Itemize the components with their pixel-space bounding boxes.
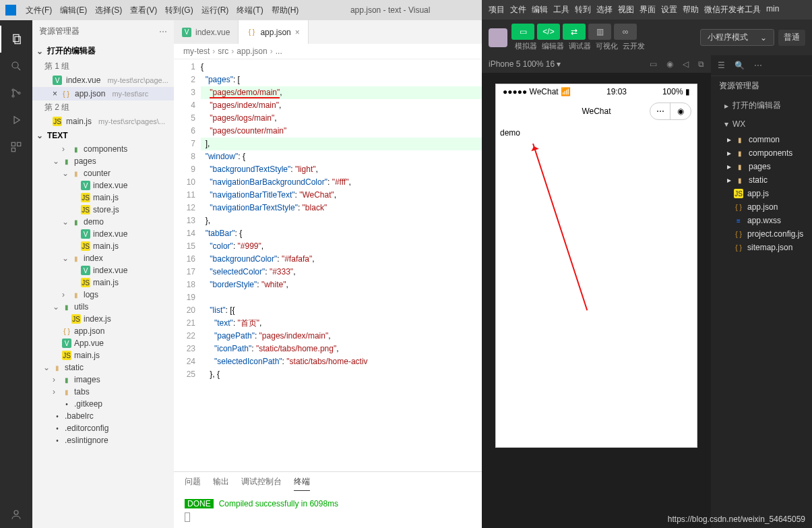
list-icon[interactable]: ☰ bbox=[718, 61, 725, 70]
tree-item[interactable]: Vindex.vue bbox=[32, 228, 174, 240]
wx-menu-item[interactable]: 项目 bbox=[489, 4, 505, 16]
simulator-button[interactable]: ▭ bbox=[511, 24, 534, 40]
visualize-button[interactable]: ▥ bbox=[588, 24, 611, 40]
panel-tab[interactable]: 调试控制台 bbox=[241, 476, 282, 491]
wx-folder[interactable]: ▸ ▮ common bbox=[711, 133, 812, 146]
wx-file[interactable]: ≡ app.wxss bbox=[711, 214, 812, 227]
open-editors-section[interactable]: ⌄打开的编辑器 bbox=[32, 42, 174, 59]
wx-menu-item[interactable]: 转到 bbox=[575, 4, 591, 16]
tree-item[interactable]: ›▮images bbox=[32, 374, 174, 386]
debug-icon[interactable] bbox=[0, 107, 32, 134]
panel-tab[interactable]: 问题 bbox=[185, 476, 201, 491]
menu-item[interactable]: 选择(S) bbox=[91, 5, 126, 15]
device-bar[interactable]: iPhone 5 100% 16 ▾ ▭ ◉ ◁ ⧉ bbox=[482, 55, 711, 73]
wx-menu-item[interactable]: min bbox=[766, 4, 779, 16]
tree-item[interactable]: ⌄▮demo bbox=[32, 216, 174, 228]
tree-item[interactable]: Vindex.vue bbox=[32, 264, 174, 276]
wx-folder[interactable]: ▸ ▮ pages bbox=[711, 160, 812, 173]
simulator-phone[interactable]: ●●●●● WeChat 📶 19:03 100% ▮ WeChat ⋯◉ de… bbox=[495, 84, 697, 448]
wx-menu-item[interactable]: 界面 bbox=[639, 4, 656, 16]
breadcrumb[interactable]: my-test›src›app.json›... bbox=[174, 44, 482, 59]
explorer-icon[interactable] bbox=[0, 26, 32, 53]
tree-item[interactable]: Vindex.vue bbox=[32, 179, 174, 192]
tree-item[interactable]: JSmain.js bbox=[32, 240, 174, 252]
tree-item[interactable]: JSstore.js bbox=[32, 204, 174, 216]
tree-item[interactable]: ⌄▮counter bbox=[32, 167, 174, 179]
tree-item[interactable]: •.editorconfig bbox=[32, 422, 174, 434]
wx-file[interactable]: JS app.js bbox=[711, 187, 812, 200]
tree-item[interactable]: ⌄▮pages bbox=[32, 155, 174, 167]
open-editor-item[interactable]: ×{ }app.jsonmy-test\src bbox=[32, 87, 174, 100]
tree-item[interactable]: VApp.vue bbox=[32, 337, 174, 349]
wx-menu-item[interactable]: 帮助 bbox=[683, 4, 699, 16]
wx-menu-item[interactable]: 微信开发者工具 bbox=[704, 4, 761, 16]
tree-item[interactable]: ›▮tabs bbox=[32, 386, 174, 398]
menu-item[interactable]: 运行(R) bbox=[197, 5, 233, 15]
code-editor[interactable]: 1234567891011121314151617181920212223242… bbox=[174, 59, 482, 471]
rotate-icon[interactable]: ▭ bbox=[650, 59, 657, 69]
editor-button[interactable]: </> bbox=[537, 24, 560, 40]
wx-root[interactable]: ▾ WX bbox=[711, 115, 812, 133]
wx-menu-item[interactable]: 视图 bbox=[618, 4, 634, 16]
tree-item[interactable]: •.eslintignore bbox=[32, 434, 174, 446]
tree-item[interactable]: JSmain.js bbox=[32, 192, 174, 204]
page-content: demo bbox=[500, 128, 520, 138]
open-editor-item[interactable]: Vindex.vuemy-test\src\page... bbox=[32, 74, 174, 87]
tree-item[interactable]: ›▮logs bbox=[32, 289, 174, 301]
scm-icon[interactable] bbox=[0, 80, 32, 107]
mute-icon[interactable]: ◁ bbox=[683, 59, 689, 69]
debugger-button[interactable]: ⇄ bbox=[563, 24, 586, 40]
editor-tab[interactable]: Vindex.vue bbox=[174, 20, 239, 44]
wx-menu-item[interactable]: 设置 bbox=[661, 4, 677, 16]
detach-icon[interactable]: ⧉ bbox=[698, 59, 704, 69]
editor-tab[interactable]: { }app.json× bbox=[239, 20, 308, 44]
wx-file[interactable]: { } project.config.js bbox=[711, 227, 812, 241]
tree-item[interactable]: •.babelrc bbox=[32, 410, 174, 422]
wx-menu-item[interactable]: 文件 bbox=[510, 4, 526, 16]
tree-item[interactable]: •.gitkeep bbox=[32, 398, 174, 410]
menu-item[interactable]: 查看(V) bbox=[126, 5, 161, 15]
panel-tab[interactable]: 终端 bbox=[294, 476, 310, 491]
wx-file[interactable]: { } app.json bbox=[711, 200, 812, 214]
tree-item[interactable]: ⌄▮utils bbox=[32, 301, 174, 313]
tree-item[interactable]: JSmain.js bbox=[32, 276, 174, 289]
cloud-button[interactable]: ∞ bbox=[614, 24, 637, 40]
tree-item[interactable]: ⌄▮static bbox=[32, 361, 174, 374]
tree-item[interactable]: JSindex.js bbox=[32, 313, 174, 325]
vscode-logo-icon bbox=[5, 5, 16, 16]
menu-item[interactable]: 帮助(H) bbox=[268, 5, 303, 15]
more-icon[interactable]: ⋯ bbox=[159, 27, 167, 36]
tree-item[interactable]: JSmain.js bbox=[32, 349, 174, 361]
wx-folder[interactable]: ▸ ▮ components bbox=[711, 146, 812, 160]
terminal-cursor[interactable] bbox=[185, 512, 190, 522]
tree-item[interactable]: { }app.json bbox=[32, 325, 174, 337]
tree-item[interactable]: ⌄▮index bbox=[32, 252, 174, 264]
wx-file[interactable]: { } sitemap.json bbox=[711, 241, 812, 254]
tree-item[interactable]: ›▮components bbox=[32, 143, 174, 155]
wx-menu-item[interactable]: 工具 bbox=[553, 4, 569, 16]
capsule[interactable]: ⋯◉ bbox=[650, 102, 691, 120]
panel-tab[interactable]: 输出 bbox=[213, 476, 229, 491]
menu-item[interactable]: 终端(T) bbox=[232, 5, 267, 15]
wx-open-editors[interactable]: ▸ 打开的编辑器 bbox=[711, 96, 812, 115]
extensions-icon[interactable] bbox=[0, 134, 32, 160]
account-icon[interactable] bbox=[0, 501, 32, 528]
open-editor-item[interactable]: JSmain.jsmy-test\src\pages\... bbox=[32, 115, 174, 128]
more-icon[interactable]: ⋯ bbox=[754, 61, 762, 70]
menu-item[interactable]: 编辑(E) bbox=[56, 5, 91, 15]
avatar[interactable] bbox=[489, 28, 507, 47]
wx-explorer-title: 资源管理器 bbox=[711, 76, 812, 96]
explorer-sidebar: 资源管理器⋯ ⌄打开的编辑器 第 1 组 Vindex.vuemy-test\s… bbox=[32, 20, 174, 528]
text-section[interactable]: ⌄TEXT bbox=[32, 128, 174, 143]
search-icon[interactable]: 🔍 bbox=[735, 61, 745, 70]
wx-menu-item[interactable]: 编辑 bbox=[532, 4, 548, 16]
mode-select[interactable]: 小程序模式⌄ bbox=[700, 29, 774, 46]
record-icon[interactable]: ◉ bbox=[666, 59, 673, 69]
search-icon[interactable] bbox=[0, 53, 32, 80]
device-label[interactable]: iPhone 5 100% 16 ▾ bbox=[489, 59, 561, 69]
wx-folder[interactable]: ▸ ▮ static bbox=[711, 173, 812, 187]
menu-item[interactable]: 转到(G) bbox=[161, 5, 197, 15]
compile-button[interactable]: 普通 bbox=[778, 30, 805, 46]
menu-item[interactable]: 文件(F) bbox=[22, 5, 56, 15]
wx-menu-item[interactable]: 选择 bbox=[596, 4, 613, 16]
